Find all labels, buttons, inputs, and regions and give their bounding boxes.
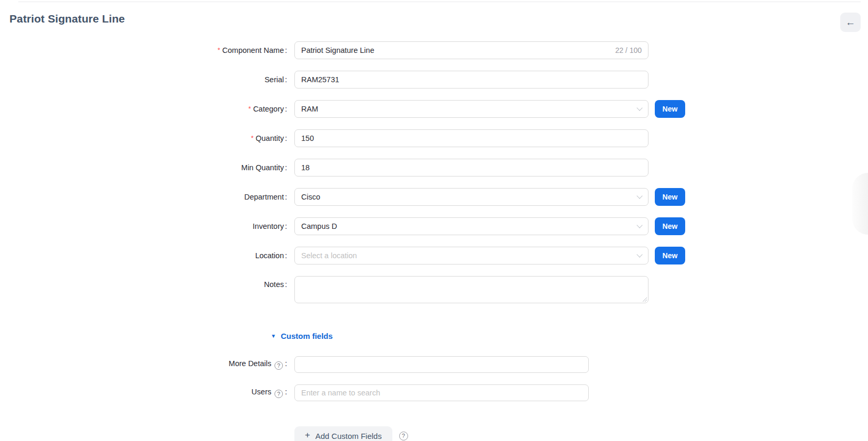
row-users: Users?:: [0, 384, 868, 401]
inventory-label: Inventory:: [0, 222, 287, 230]
back-arrow-icon: ←: [845, 17, 855, 27]
quantity-input[interactable]: [301, 134, 642, 142]
custom-fields-toggle[interactable]: ▼ Custom fields: [271, 332, 333, 340]
location-select[interactable]: Select a location: [294, 247, 649, 264]
category-select[interactable]: RAM: [294, 100, 649, 118]
notes-area: [294, 276, 649, 303]
add-custom-fields-button[interactable]: + Add Custom Fields: [294, 426, 392, 441]
serial-label: Serial:: [0, 75, 287, 84]
required-asterisk: *: [251, 134, 254, 142]
resize-handle-icon[interactable]: [642, 297, 647, 302]
new-inventory-button[interactable]: New: [655, 217, 685, 235]
component-name-input[interactable]: [301, 46, 611, 54]
row-inventory: Inventory: Campus D New: [0, 217, 868, 235]
category-label: *Category:: [0, 105, 287, 113]
row-more-details: More Details?:: [0, 356, 868, 373]
department-select[interactable]: Cisco: [294, 188, 649, 206]
department-label: Department:: [0, 193, 287, 201]
page-title: Patriot Signature Line: [9, 13, 859, 25]
custom-fields-toggle-label: Custom fields: [281, 332, 333, 340]
users-search-input[interactable]: [301, 389, 582, 397]
min-quantity-input[interactable]: [301, 163, 642, 172]
more-details-input[interactable]: [301, 360, 582, 369]
notes-label: Notes:: [0, 276, 287, 289]
chevron-down-icon: [636, 251, 642, 257]
min-quantity-label: Min Quantity:: [0, 163, 287, 172]
serial-box: [294, 71, 649, 89]
back-button[interactable]: ←: [840, 13, 861, 32]
row-notes: Notes:: [0, 276, 868, 303]
new-category-button[interactable]: New: [655, 100, 685, 118]
row-min-quantity: Min Quantity:: [0, 159, 868, 177]
new-department-button[interactable]: New: [655, 188, 685, 206]
chevron-down-icon: [636, 193, 642, 199]
required-asterisk: *: [217, 46, 220, 54]
page-header: Patriot Signature Line ←: [0, 2, 868, 29]
more-details-box: [294, 356, 589, 373]
users-label: Users?:: [0, 388, 287, 398]
min-quantity-box: [294, 159, 649, 177]
component-name-box: 22 / 100: [294, 41, 649, 59]
help-icon[interactable]: ?: [399, 432, 408, 440]
char-counter: 22 / 100: [615, 46, 642, 54]
new-location-button[interactable]: New: [655, 247, 685, 264]
inventory-select[interactable]: Campus D: [294, 217, 649, 235]
row-location: Location: Select a location New: [0, 247, 868, 264]
component-edit-form: *Component Name: 22 / 100 Serial: *Categ…: [0, 41, 868, 441]
row-department: Department: Cisco New: [0, 188, 868, 206]
plus-icon: +: [305, 430, 310, 440]
row-quantity: *Quantity:: [0, 129, 868, 147]
required-asterisk: *: [248, 105, 251, 113]
edge-floating-handle[interactable]: [852, 173, 868, 235]
caret-down-icon: ▼: [271, 333, 276, 339]
quantity-box: [294, 129, 649, 147]
add-custom-fields-label: Add Custom Fields: [315, 432, 382, 440]
users-box: [294, 384, 589, 401]
row-serial: Serial:: [0, 71, 868, 89]
row-component-name: *Component Name: 22 / 100: [0, 41, 868, 59]
quantity-label: *Quantity:: [0, 134, 287, 142]
row-category: *Category: RAM New: [0, 100, 868, 118]
component-name-label: *Component Name:: [0, 46, 287, 54]
chevron-down-icon: [636, 105, 642, 111]
chevron-down-icon: [636, 222, 642, 228]
notes-textarea[interactable]: [294, 276, 649, 303]
help-icon[interactable]: ?: [274, 361, 283, 370]
more-details-label: More Details?:: [0, 359, 287, 370]
row-add-custom-fields: + Add Custom Fields ?: [0, 426, 868, 441]
help-icon[interactable]: ?: [274, 390, 283, 398]
location-label: Location:: [0, 251, 287, 260]
serial-input[interactable]: [301, 75, 642, 84]
